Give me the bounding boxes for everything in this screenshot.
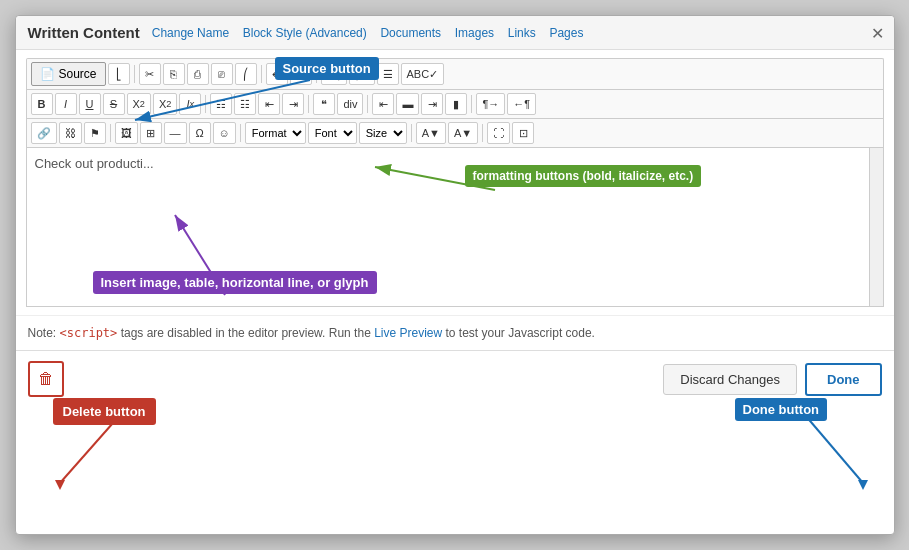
live-preview-link[interactable]: Live Preview — [374, 326, 442, 340]
show-blocks-button[interactable]: ⊡ — [512, 122, 534, 144]
paste-text-button[interactable]: ⎚ — [211, 63, 233, 85]
size-select[interactable]: Size — [359, 122, 407, 144]
align-justify-button[interactable]: ▮ — [445, 93, 467, 115]
note-area: Note: <script> tags are disabled in the … — [16, 315, 894, 350]
note-prefix: Note: — [28, 326, 60, 340]
strikethrough-button[interactable]: S — [103, 93, 125, 115]
subscript-button[interactable]: X2 — [127, 93, 151, 115]
ordered-list-button[interactable]: ☶ — [210, 93, 232, 115]
separator-11 — [482, 124, 483, 142]
note-code: <script> — [60, 326, 118, 340]
copy-format-button[interactable]: ⎣ — [108, 63, 130, 85]
separator-3 — [316, 65, 317, 83]
editor-text: Check out producti... — [35, 156, 154, 171]
italic-button[interactable]: I — [55, 93, 77, 115]
spellcheck-button[interactable]: ABC✓ — [401, 63, 445, 85]
superscript-button[interactable]: X2 — [153, 93, 177, 115]
remove-format-button[interactable]: Ix — [179, 93, 201, 115]
underline-button[interactable]: U — [79, 93, 101, 115]
decrease-indent-button[interactable]: ⇤ — [258, 93, 280, 115]
source-button[interactable]: 📄 Source — [31, 62, 106, 86]
paste-button[interactable]: ⎙ — [187, 63, 209, 85]
separator-10 — [411, 124, 412, 142]
increase-indent-button[interactable]: ⇥ — [282, 93, 304, 115]
align-center-button[interactable]: ▬ — [396, 93, 419, 115]
bidi-rtl-button[interactable]: ←¶ — [507, 93, 536, 115]
link-button[interactable]: 🔗 — [31, 122, 57, 144]
blockquote-button[interactable]: ❝ — [313, 93, 335, 115]
bg-color-button[interactable]: A▼ — [448, 122, 478, 144]
separator-2 — [261, 65, 262, 83]
discard-button[interactable]: Discard Changes — [663, 364, 797, 395]
note-middle: tags are disabled in the editor preview.… — [117, 326, 374, 340]
cut-button[interactable]: ✂ — [139, 63, 161, 85]
nav-pages[interactable]: Pages — [549, 26, 583, 40]
bidi-ltr-button[interactable]: ¶→ — [476, 93, 505, 115]
select-all-button[interactable]: ☰ — [377, 63, 399, 85]
align-right-button[interactable]: ⇥ — [421, 93, 443, 115]
unordered-list-button[interactable]: ☷ — [234, 93, 256, 115]
close-button[interactable]: ✕ — [871, 24, 884, 43]
separator-7 — [471, 95, 472, 113]
image-button[interactable]: 🖼 — [115, 122, 138, 144]
footer-right: Discard Changes Done — [663, 363, 881, 396]
separator-1 — [134, 65, 135, 83]
copy-button[interactable]: ⎘ — [163, 63, 185, 85]
bold-button[interactable]: B — [31, 93, 53, 115]
editor-content[interactable]: Check out producti... — [26, 147, 884, 307]
modal-nav: Change Name Block Style (Advanced) Docum… — [152, 25, 594, 40]
modal-container: Written Content Change Name Block Style … — [15, 15, 895, 535]
modal-title: Written Content — [28, 24, 140, 41]
redo-button[interactable]: ↪ — [290, 63, 312, 85]
nav-change-name[interactable]: Change Name — [152, 26, 229, 40]
scroll-indicator[interactable] — [869, 148, 883, 306]
separator-5 — [308, 95, 309, 113]
hline-button[interactable]: ― — [164, 122, 187, 144]
modal-footer: 🗑 Discard Changes Done — [16, 350, 894, 407]
replace-button[interactable]: 🔎 — [349, 63, 375, 85]
source-icon: 📄 — [40, 67, 55, 81]
special-char-button[interactable]: Ω — [189, 122, 211, 144]
find-button[interactable]: 🔍 — [321, 63, 347, 85]
delete-button[interactable]: 🗑 — [28, 361, 64, 397]
format-select[interactable]: Format — [245, 122, 306, 144]
div-button[interactable]: div — [337, 93, 363, 115]
nav-images[interactable]: Images — [455, 26, 494, 40]
smiley-button[interactable]: ☺ — [213, 122, 236, 144]
nav-block-style[interactable]: Block Style (Advanced) — [243, 26, 367, 40]
editor-area: 📄 Source ⎣ ✂ ⎘ ⎙ ⎚ ⎛ ↩ ↪ 🔍 🔎 ☰ ABC✓ — [16, 50, 894, 315]
source-label: Source — [59, 67, 97, 81]
modal-header: Written Content Change Name Block Style … — [16, 16, 894, 50]
maximize-button[interactable]: ⛶ — [487, 122, 510, 144]
separator-4 — [205, 95, 206, 113]
font-select[interactable]: Font — [308, 122, 357, 144]
nav-links[interactable]: Links — [508, 26, 536, 40]
align-left-button[interactable]: ⇤ — [372, 93, 394, 115]
toolbar-row-2: B I U S X2 X2 Ix ☶ ☷ ⇤ ⇥ ❝ div ⇤ ▬ ⇥ ▮ — [26, 89, 884, 118]
table-button[interactable]: ⊞ — [140, 122, 162, 144]
anchor-button[interactable]: ⚑ — [84, 122, 106, 144]
unlink-button[interactable]: ⛓ — [59, 122, 82, 144]
separator-6 — [367, 95, 368, 113]
separator-8 — [110, 124, 111, 142]
paste-word-button[interactable]: ⎛ — [235, 63, 257, 85]
toolbar-row-3: 🔗 ⛓ ⚑ 🖼 ⊞ ― Ω ☺ Format Font Size — [26, 118, 884, 147]
toolbar-row-1: 📄 Source ⎣ ✂ ⎘ ⎙ ⎚ ⎛ ↩ ↪ 🔍 🔎 ☰ ABC✓ — [26, 58, 884, 89]
done-button[interactable]: Done — [805, 363, 882, 396]
separator-9 — [240, 124, 241, 142]
nav-documents[interactable]: Documents — [380, 26, 441, 40]
undo-button[interactable]: ↩ — [266, 63, 288, 85]
text-color-button[interactable]: A▼ — [416, 122, 446, 144]
note-suffix: to test your Javascript code. — [442, 326, 595, 340]
